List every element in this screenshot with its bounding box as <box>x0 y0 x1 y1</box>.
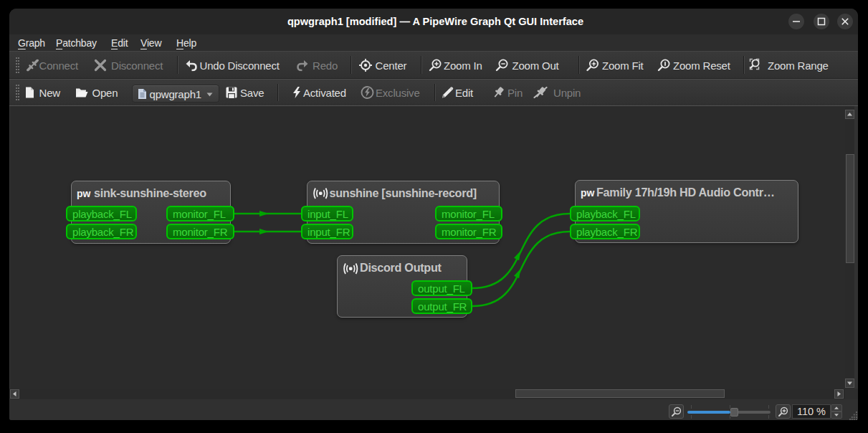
svg-text:pw: pw <box>77 188 91 199</box>
svg-text:pw: pw <box>581 187 595 199</box>
